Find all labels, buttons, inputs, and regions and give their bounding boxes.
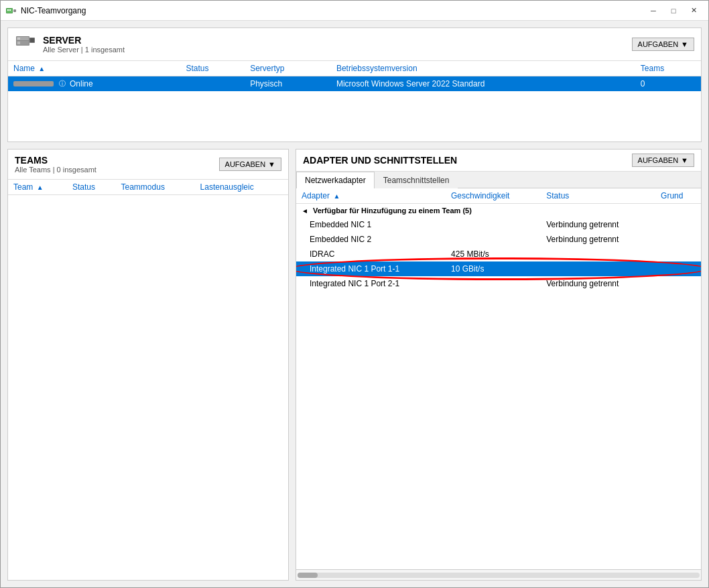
svg-rect-4 <box>13 9 16 12</box>
svg-rect-9 <box>17 42 20 44</box>
adapter-row-0[interactable]: Embedded NIC 1 Verbindung getrennt <box>296 217 701 232</box>
adapter-row-4[interactable]: Integrated NIC 1 Port 2-1 Verbindung get… <box>296 276 701 291</box>
teams-subtitle: Alle Teams | 0 insgesamt <box>15 166 96 174</box>
server-row-servertyp: Physisch <box>245 76 331 92</box>
server-row-betriebssystem: Microsoft Windows Server 2022 Standard <box>331 76 635 92</box>
tab-teamschnittstellen[interactable]: Teamschnittstellen <box>375 172 458 188</box>
server-col-servertyp[interactable]: Servertyp <box>245 61 331 76</box>
server-title-block: SERVER Alle Server | 1 insgesamt <box>43 35 125 54</box>
close-button[interactable]: ✕ <box>684 4 703 17</box>
scrollbar-track[interactable] <box>298 573 700 578</box>
sort-arrow-name: ▲ <box>38 65 45 72</box>
chevron-down-icon: ▼ <box>681 40 688 48</box>
server-section: SERVER Alle Server | 1 insgesamt AUFGABE… <box>7 27 702 142</box>
scrollbar-thumb[interactable] <box>298 573 318 578</box>
server-row-teams: 0 <box>635 76 701 92</box>
teams-table-area: Team ▲ Status Teammodus La <box>8 180 288 580</box>
teams-table: Team ▲ Status Teammodus La <box>8 180 288 195</box>
sort-arrow-adapter: ▲ <box>333 192 340 200</box>
tab-netzwerkadapter[interactable]: Netzwerkadapter <box>296 172 375 188</box>
triangle-icon: ◄ <box>302 207 308 215</box>
adapter-col-adapter[interactable]: Adapter ▲ <box>296 188 446 204</box>
adapter-chevron-down-icon: ▼ <box>681 156 688 164</box>
window-title: NIC-Teamvorgang <box>21 6 86 15</box>
minimize-button[interactable]: ─ <box>644 4 663 17</box>
adapter-row-3-status <box>541 261 655 276</box>
adapter-row-3[interactable]: Integrated NIC 1 Port 1-1 10 GBit/s <box>296 261 701 276</box>
title-bar-left: NIC-Teamvorgang <box>6 5 86 16</box>
adapter-tabs: Netzwerkadapter Teamschnittstellen <box>296 172 701 188</box>
server-section-header: SERVER Alle Server | 1 insgesamt AUFGABE… <box>8 28 701 61</box>
adapter-row-4-speed <box>446 276 541 291</box>
server-aufgaben-button[interactable]: AUFGABEN ▼ <box>632 38 694 51</box>
window-controls: ─ □ ✕ <box>644 4 703 17</box>
adapter-row-4-name: Integrated NIC 1 Port 2-1 <box>296 276 446 291</box>
server-header-left: SERVER Alle Server | 1 insgesamt <box>15 34 125 55</box>
teams-col-lastenausgleich[interactable]: Lastenausgleic <box>195 180 288 195</box>
server-title: SERVER <box>43 35 125 46</box>
adapter-row-0-grund <box>655 217 701 232</box>
adapter-row-4-grund <box>655 276 701 291</box>
adapter-row-3-name: Integrated NIC 1 Port 1-1 <box>296 261 446 276</box>
adapter-col-grund[interactable]: Grund <box>655 188 701 204</box>
teams-table-header: Team ▲ Status Teammodus La <box>8 180 288 195</box>
adapter-row-3-grund <box>655 261 701 276</box>
adapter-col-status[interactable]: Status <box>541 188 655 204</box>
adapter-row-3-speed: 10 GBit/s <box>446 261 541 276</box>
bottom-section: TEAMS Alle Teams | 0 insgesamt AUFGABEN … <box>7 149 702 581</box>
adapter-table-header: Adapter ▲ Geschwindigkeit Status <box>296 188 701 204</box>
teams-col-status[interactable]: Status <box>67 180 116 195</box>
server-table-header: Name ▲ Status Servertyp Betriebssystemve… <box>8 61 701 76</box>
adapter-row-1-name: Embedded NIC 2 <box>296 232 446 247</box>
server-table: Name ▲ Status Servertyp Betriebssystemve… <box>8 61 701 91</box>
server-col-betriebssystem[interactable]: Betriebssystemversion <box>331 61 635 76</box>
adapter-group-header: ◄ Verfügbar für Hinzufügung zu einem Tea… <box>296 204 701 218</box>
svg-rect-11 <box>30 38 34 42</box>
server-table-row[interactable]: ⓘ Online Physisch Microsoft Windows Serv… <box>8 76 701 92</box>
adapter-row-2-speed: 425 MBit/s <box>446 247 541 261</box>
adapter-table-area: Adapter ▲ Geschwindigkeit Status <box>296 188 701 569</box>
teams-col-team[interactable]: Team ▲ <box>8 180 67 195</box>
adapter-row-1[interactable]: Embedded NIC 2 Verbindung getrennt <box>296 232 701 247</box>
server-col-status[interactable]: Status <box>180 61 245 76</box>
teams-col-teammodus[interactable]: Teammodus <box>116 180 195 195</box>
server-row-status <box>180 76 245 92</box>
server-subtitle: Alle Server | 1 insgesamt <box>43 46 125 54</box>
adapter-title: ADAPTER UND SCHNITTSTELLEN <box>303 155 457 166</box>
server-col-name[interactable]: Name ▲ <box>8 61 180 76</box>
sort-arrow-team: ▲ <box>37 184 44 191</box>
teams-section: TEAMS Alle Teams | 0 insgesamt AUFGABEN … <box>7 149 289 581</box>
title-bar: NIC-Teamvorgang ─ □ ✕ <box>1 1 708 21</box>
svg-rect-3 <box>9 9 11 11</box>
svg-rect-2 <box>7 9 9 11</box>
main-window: NIC-Teamvorgang ─ □ ✕ <box>0 0 709 588</box>
adapter-row-0-name: Embedded NIC 1 <box>296 217 446 232</box>
adapter-row-1-status: Verbindung getrennt <box>541 232 655 247</box>
adapter-table-body: ◄ Verfügbar für Hinzufügung zu einem Tea… <box>296 204 701 292</box>
server-icon <box>15 34 36 55</box>
teams-chevron-down-icon: ▼ <box>268 160 275 168</box>
adapter-section-header: ADAPTER UND SCHNITTSTELLEN AUFGABEN ▼ <box>296 150 701 172</box>
server-table-container: Name ▲ Status Servertyp Betriebssystemve… <box>8 61 701 141</box>
adapter-section: ADAPTER UND SCHNITTSTELLEN AUFGABEN ▼ Ne… <box>296 149 702 581</box>
app-icon <box>6 5 17 16</box>
adapter-table: Adapter ▲ Geschwindigkeit Status <box>296 188 701 291</box>
adapter-aufgaben-button[interactable]: AUFGABEN ▼ <box>632 154 694 167</box>
online-status-icon: ⓘ <box>58 79 67 89</box>
maximize-button[interactable]: □ <box>664 4 683 17</box>
adapter-title-block: ADAPTER UND SCHNITTSTELLEN <box>303 155 457 166</box>
adapter-scrollbar[interactable] <box>296 569 701 580</box>
teams-title: TEAMS <box>15 155 96 166</box>
adapter-col-geschwindigkeit[interactable]: Geschwindigkeit <box>446 188 541 204</box>
adapter-row-0-speed <box>446 217 541 232</box>
adapter-row-1-grund <box>655 232 701 247</box>
server-col-teams[interactable]: Teams <box>635 61 701 76</box>
teams-section-header: TEAMS Alle Teams | 0 insgesamt AUFGABEN … <box>8 150 288 180</box>
teams-aufgaben-button[interactable]: AUFGABEN ▼ <box>219 158 281 171</box>
teams-header-left: TEAMS Alle Teams | 0 insgesamt <box>15 155 96 174</box>
svg-rect-8 <box>17 38 20 40</box>
adapter-row-2-name: IDRAC <box>296 247 446 261</box>
adapter-row-2[interactable]: IDRAC 425 MBit/s <box>296 247 701 261</box>
adapter-header-left: ADAPTER UND SCHNITTSTELLEN <box>303 155 457 166</box>
adapter-row-0-status: Verbindung getrennt <box>541 217 655 232</box>
